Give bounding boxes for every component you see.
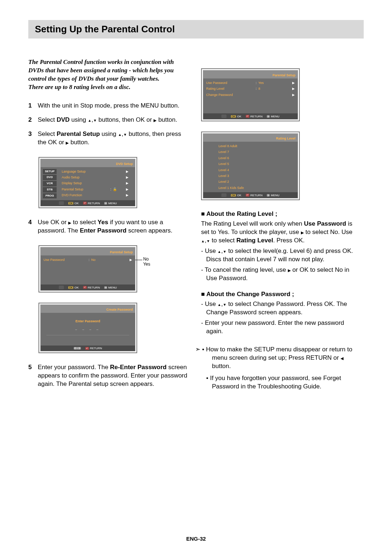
page-number: ENG-32 — [0, 536, 392, 542]
list-item: To cancel the rating level, use or OK to… — [201, 266, 361, 283]
enter-password-label: Enter Password — [43, 314, 133, 324]
updown-icon: , — [88, 116, 97, 123]
step-number: 1 — [28, 102, 38, 110]
osd-title: Parental Setup — [203, 72, 298, 78]
rating-level-item: Level 7 — [219, 149, 298, 155]
osd-footer: OKOK ↵RETURN ≡MENU — [41, 200, 135, 206]
left-column: The Parental Control function works in c… — [28, 58, 188, 395]
osd-tab: STB — [43, 187, 57, 193]
list-item: Enter your new password. Enter the new p… — [201, 319, 361, 336]
about-change-password-heading: About the Change Password ; — [201, 291, 361, 298]
dpad-icon — [59, 201, 64, 205]
osd-tab: SETUP — [43, 169, 57, 174]
intro-line-1: The Parental Control function works in c… — [28, 58, 174, 82]
osd-footer: OKOK ↵RETURN ≡MENU — [41, 284, 135, 290]
osd-footer: 0 ~ 9 ↵RETURN — [41, 346, 135, 351]
step-5: 5 Enter your password. The Re-Enter Pass… — [28, 363, 188, 388]
step-number: 5 — [28, 363, 38, 388]
about-rating-level-text: The Rating Level will work only when Use… — [201, 220, 361, 245]
dpad-icon — [59, 286, 64, 289]
osd-menu-items: Language Setup▶ Audio Setup▶ Display Set… — [61, 169, 133, 198]
osd-parental-setup-no: Parental Setup Use Password : No ▶ OK — [38, 245, 137, 292]
tips-block: ➣ • How to make the SETUP menu disappear… — [201, 346, 361, 391]
osd-tab: VCR — [43, 181, 57, 186]
osd-dvd-setup: DVD Setup SETUP DVD VCR STB PROG — [38, 157, 137, 209]
osd-tab: PROG — [43, 193, 57, 199]
tip-item: ➣ • How to make the SETUP menu disappear… — [201, 346, 361, 371]
list-item: Use , to select Change Password. Press O… — [201, 300, 361, 317]
intro-line-2: There are up to 8 rating levels on a dis… — [28, 84, 130, 90]
dpad-icon — [221, 114, 226, 118]
about-rating-level-heading: About the Rating Level ; — [201, 210, 361, 218]
lock-icon: 🔓 — [113, 187, 117, 191]
step-number: 2 — [28, 116, 38, 124]
step-text: Select Parental Setup using , buttons, t… — [38, 130, 188, 147]
step-text: Use OK or to select Yes if you want to u… — [38, 218, 188, 235]
step-text: Enter your password. The Re-Enter Passwo… — [38, 363, 188, 388]
osd-footer: OKOK ↵RETURN ≡MENU — [203, 113, 298, 119]
osd-create-password: Create Password Enter Password – – – – 0… — [38, 303, 137, 353]
content-columns: The Parental Control function works in c… — [28, 58, 364, 395]
step-text: Select DVD using , buttons, then OK or b… — [38, 116, 188, 124]
manual-page: Setting Up the Parental Control The Pare… — [0, 0, 392, 557]
dpad-icon — [221, 193, 226, 197]
rating-level-item: Level 4 — [219, 167, 298, 173]
rating-level-item: Level 8 Adult — [219, 143, 298, 149]
change-password-list: Use , to select Change Password. Press O… — [201, 300, 361, 336]
osd-row: Use Password : No ▶ — [43, 257, 133, 263]
intro-text: The Parental Control function works in c… — [28, 58, 188, 92]
tip-item: • If you have forgotten your password, s… — [201, 374, 361, 391]
pointer-icon: ➣ — [195, 346, 202, 353]
rating-level-item: Level 1 Kids Safe — [219, 185, 298, 191]
updown-icon: , — [201, 237, 210, 244]
step-list: 5 Enter your password. The Re-Enter Pass… — [28, 363, 188, 388]
step-number: 4 — [28, 218, 38, 235]
right-icon — [68, 219, 71, 226]
left-icon — [340, 354, 343, 361]
step-1: 1 With the unit in Stop mode, press the … — [28, 102, 188, 110]
osd-parental-setup-yes: Parental Setup Use Password: Yes▶ Rating… — [201, 68, 300, 121]
callout-no-yes: NoYes — [143, 257, 150, 267]
rating-level-item: Level 3 — [219, 173, 298, 179]
osd-title: Parental Setup — [41, 249, 135, 255]
right-icon — [288, 266, 291, 273]
rating-level-item: Level 2 — [219, 179, 298, 185]
list-item: Use , to select the level(e.g. Level 6) … — [201, 247, 361, 264]
osd-title: Rating Level — [203, 135, 298, 142]
step-list: 1 With the unit in Stop mode, press the … — [28, 102, 188, 147]
osd-title: Create Password — [41, 306, 135, 313]
right-icon — [301, 229, 304, 235]
page-title: Setting Up the Parental Control — [28, 20, 364, 39]
osd-rows: Use Password: Yes▶ Rating Level: 8▶ Chan… — [205, 80, 295, 98]
step-number: 3 — [28, 130, 38, 147]
updown-icon: , — [118, 130, 127, 137]
osd-sidebar: SETUP DVD VCR STB PROG — [43, 169, 60, 199]
osd-title: DVD Setup — [41, 161, 135, 167]
osd-rating-level: Rating Level Level 8 Adult Level 7 Level… — [201, 132, 300, 200]
step-list: 4 Use OK or to select Yes if you want to… — [28, 218, 188, 235]
step-text: With the unit in Stop mode, press the ME… — [38, 102, 188, 110]
right-column: Parental Setup Use Password: Yes▶ Rating… — [201, 58, 361, 395]
rating-level-list: Use , to select the level(e.g. Level 6) … — [201, 247, 361, 283]
step-2: 2 Select DVD using , buttons, then OK or… — [28, 116, 188, 124]
updown-icon: , — [217, 247, 226, 254]
osd-footer: OKOK ↵RETURN ≡MENU — [203, 192, 298, 198]
step-3: 3 Select Parental Setup using , buttons,… — [28, 130, 188, 147]
updown-icon: , — [217, 300, 226, 307]
rating-level-item: Level 5 — [219, 161, 298, 167]
rating-level-item: Level 6 — [219, 155, 298, 161]
password-dashes: – – – – — [43, 324, 133, 335]
osd-tab: DVD — [43, 175, 57, 180]
step-4: 4 Use OK or to select Yes if you want to… — [28, 218, 188, 235]
